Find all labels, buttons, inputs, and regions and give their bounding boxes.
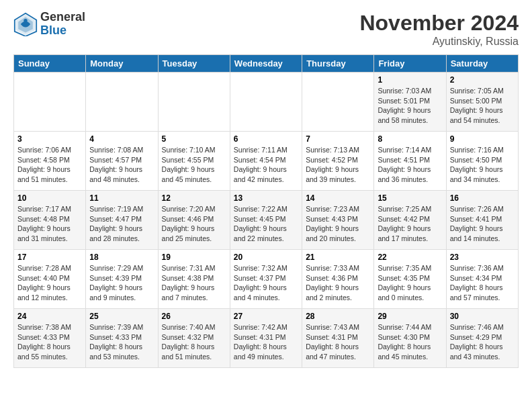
header: General Blue November 2024 Ayutinskiy, R… xyxy=(13,11,519,48)
calendar-cell xyxy=(302,73,374,132)
day-info: Sunrise: 7:20 AM Sunset: 4:46 PM Dayligh… xyxy=(162,204,226,244)
logo-icon xyxy=(13,12,38,36)
calendar-cell: 14Sunrise: 7:23 AM Sunset: 4:43 PM Dayli… xyxy=(302,191,374,250)
day-info: Sunrise: 7:17 AM Sunset: 4:48 PM Dayligh… xyxy=(17,204,82,244)
page: General Blue November 2024 Ayutinskiy, R… xyxy=(0,0,532,375)
day-info: Sunrise: 7:26 AM Sunset: 4:41 PM Dayligh… xyxy=(450,204,515,244)
day-number: 22 xyxy=(378,253,442,262)
day-info: Sunrise: 7:14 AM Sunset: 4:51 PM Dayligh… xyxy=(378,145,442,185)
col-sunday: Sunday xyxy=(14,55,86,73)
calendar-cell: 13Sunrise: 7:22 AM Sunset: 4:45 PM Dayli… xyxy=(230,191,302,250)
calendar-cell: 1Sunrise: 7:03 AM Sunset: 5:01 PM Daylig… xyxy=(374,73,446,132)
day-number: 7 xyxy=(306,134,370,144)
col-friday: Friday xyxy=(374,55,446,73)
day-info: Sunrise: 7:44 AM Sunset: 4:30 PM Dayligh… xyxy=(378,322,442,362)
logo-text: General Blue xyxy=(40,11,85,38)
day-number: 20 xyxy=(234,253,298,262)
day-number: 2 xyxy=(450,75,515,85)
calendar-cell: 7Sunrise: 7:13 AM Sunset: 4:52 PM Daylig… xyxy=(302,132,374,191)
calendar-week-0: 1Sunrise: 7:03 AM Sunset: 5:01 PM Daylig… xyxy=(14,73,519,132)
calendar-cell: 18Sunrise: 7:29 AM Sunset: 4:39 PM Dayli… xyxy=(86,250,158,309)
day-number: 19 xyxy=(162,253,226,262)
calendar-week-4: 24Sunrise: 7:38 AM Sunset: 4:33 PM Dayli… xyxy=(14,309,519,368)
col-wednesday: Wednesday xyxy=(230,55,302,73)
calendar-cell: 16Sunrise: 7:26 AM Sunset: 4:41 PM Dayli… xyxy=(446,191,518,250)
day-info: Sunrise: 7:35 AM Sunset: 4:35 PM Dayligh… xyxy=(378,263,442,303)
day-number: 30 xyxy=(450,312,515,321)
calendar-cell: 9Sunrise: 7:16 AM Sunset: 4:50 PM Daylig… xyxy=(446,132,518,191)
calendar-cell xyxy=(86,73,158,132)
logo-general-text: General xyxy=(40,11,85,24)
calendar-cell: 2Sunrise: 7:05 AM Sunset: 5:00 PM Daylig… xyxy=(446,73,518,132)
day-info: Sunrise: 7:33 AM Sunset: 4:36 PM Dayligh… xyxy=(306,263,370,303)
calendar-cell: 8Sunrise: 7:14 AM Sunset: 4:51 PM Daylig… xyxy=(374,132,446,191)
calendar-week-3: 17Sunrise: 7:28 AM Sunset: 4:40 PM Dayli… xyxy=(14,250,519,309)
day-info: Sunrise: 7:43 AM Sunset: 4:31 PM Dayligh… xyxy=(306,322,370,362)
day-info: Sunrise: 7:29 AM Sunset: 4:39 PM Dayligh… xyxy=(89,263,154,303)
calendar-cell: 20Sunrise: 7:32 AM Sunset: 4:37 PM Dayli… xyxy=(230,250,302,309)
day-info: Sunrise: 7:40 AM Sunset: 4:32 PM Dayligh… xyxy=(162,322,226,362)
calendar-cell: 4Sunrise: 7:08 AM Sunset: 4:57 PM Daylig… xyxy=(86,132,158,191)
day-info: Sunrise: 7:23 AM Sunset: 4:43 PM Dayligh… xyxy=(306,204,370,244)
calendar-cell: 5Sunrise: 7:10 AM Sunset: 4:55 PM Daylig… xyxy=(158,132,230,191)
day-number: 29 xyxy=(378,312,442,321)
calendar-week-1: 3Sunrise: 7:06 AM Sunset: 4:58 PM Daylig… xyxy=(14,132,519,191)
day-info: Sunrise: 7:05 AM Sunset: 5:00 PM Dayligh… xyxy=(450,86,515,126)
calendar-cell: 28Sunrise: 7:43 AM Sunset: 4:31 PM Dayli… xyxy=(302,309,374,368)
day-info: Sunrise: 7:25 AM Sunset: 4:42 PM Dayligh… xyxy=(378,204,442,244)
day-info: Sunrise: 7:32 AM Sunset: 4:37 PM Dayligh… xyxy=(234,263,298,303)
day-info: Sunrise: 7:22 AM Sunset: 4:45 PM Dayligh… xyxy=(234,204,298,244)
day-info: Sunrise: 7:10 AM Sunset: 4:55 PM Dayligh… xyxy=(162,145,226,185)
day-number: 18 xyxy=(89,253,154,262)
calendar-cell xyxy=(158,73,230,132)
calendar-cell: 24Sunrise: 7:38 AM Sunset: 4:33 PM Dayli… xyxy=(14,309,86,368)
day-number: 13 xyxy=(234,193,298,203)
calendar-cell: 10Sunrise: 7:17 AM Sunset: 4:48 PM Dayli… xyxy=(14,191,86,250)
col-monday: Monday xyxy=(86,55,158,73)
day-info: Sunrise: 7:06 AM Sunset: 4:58 PM Dayligh… xyxy=(17,145,82,185)
day-number: 23 xyxy=(450,253,515,262)
day-number: 4 xyxy=(89,134,154,144)
day-info: Sunrise: 7:39 AM Sunset: 4:33 PM Dayligh… xyxy=(89,322,154,362)
day-number: 1 xyxy=(378,75,442,85)
day-info: Sunrise: 7:11 AM Sunset: 4:54 PM Dayligh… xyxy=(234,145,298,185)
logo-blue-text: Blue xyxy=(40,24,85,38)
day-info: Sunrise: 7:13 AM Sunset: 4:52 PM Dayligh… xyxy=(306,145,370,185)
calendar-cell: 3Sunrise: 7:06 AM Sunset: 4:58 PM Daylig… xyxy=(14,132,86,191)
svg-point-3 xyxy=(24,19,27,22)
day-info: Sunrise: 7:28 AM Sunset: 4:40 PM Dayligh… xyxy=(17,263,82,303)
day-number: 11 xyxy=(89,193,154,203)
day-info: Sunrise: 7:19 AM Sunset: 4:47 PM Dayligh… xyxy=(89,204,154,244)
day-info: Sunrise: 7:46 AM Sunset: 4:29 PM Dayligh… xyxy=(450,322,515,362)
calendar-cell: 26Sunrise: 7:40 AM Sunset: 4:32 PM Dayli… xyxy=(158,309,230,368)
col-thursday: Thursday xyxy=(302,55,374,73)
col-saturday: Saturday xyxy=(446,55,518,73)
day-number: 27 xyxy=(234,312,298,321)
day-info: Sunrise: 7:08 AM Sunset: 4:57 PM Dayligh… xyxy=(89,145,154,185)
day-info: Sunrise: 7:38 AM Sunset: 4:33 PM Dayligh… xyxy=(17,322,82,362)
title-block: November 2024 Ayutinskiy, Russia xyxy=(359,11,519,48)
calendar-week-2: 10Sunrise: 7:17 AM Sunset: 4:48 PM Dayli… xyxy=(14,191,519,250)
calendar-cell: 25Sunrise: 7:39 AM Sunset: 4:33 PM Dayli… xyxy=(86,309,158,368)
day-number: 12 xyxy=(162,193,226,203)
day-number: 9 xyxy=(450,134,515,144)
calendar-cell: 19Sunrise: 7:31 AM Sunset: 4:38 PM Dayli… xyxy=(158,250,230,309)
calendar-header-row: Sunday Monday Tuesday Wednesday Thursday… xyxy=(14,55,519,73)
day-number: 5 xyxy=(162,134,226,144)
calendar-cell: 29Sunrise: 7:44 AM Sunset: 4:30 PM Dayli… xyxy=(374,309,446,368)
day-number: 3 xyxy=(17,134,82,144)
day-info: Sunrise: 7:03 AM Sunset: 5:01 PM Dayligh… xyxy=(378,86,442,126)
calendar-cell xyxy=(14,73,86,132)
day-info: Sunrise: 7:31 AM Sunset: 4:38 PM Dayligh… xyxy=(162,263,226,303)
calendar-cell: 17Sunrise: 7:28 AM Sunset: 4:40 PM Dayli… xyxy=(14,250,86,309)
day-number: 8 xyxy=(378,134,442,144)
calendar-cell: 27Sunrise: 7:42 AM Sunset: 4:31 PM Dayli… xyxy=(230,309,302,368)
calendar-cell: 22Sunrise: 7:35 AM Sunset: 4:35 PM Dayli… xyxy=(374,250,446,309)
col-tuesday: Tuesday xyxy=(158,55,230,73)
day-info: Sunrise: 7:42 AM Sunset: 4:31 PM Dayligh… xyxy=(234,322,298,362)
day-number: 15 xyxy=(378,193,442,203)
calendar-cell: 15Sunrise: 7:25 AM Sunset: 4:42 PM Dayli… xyxy=(374,191,446,250)
day-number: 24 xyxy=(17,312,82,321)
day-number: 6 xyxy=(234,134,298,144)
calendar-cell xyxy=(230,73,302,132)
